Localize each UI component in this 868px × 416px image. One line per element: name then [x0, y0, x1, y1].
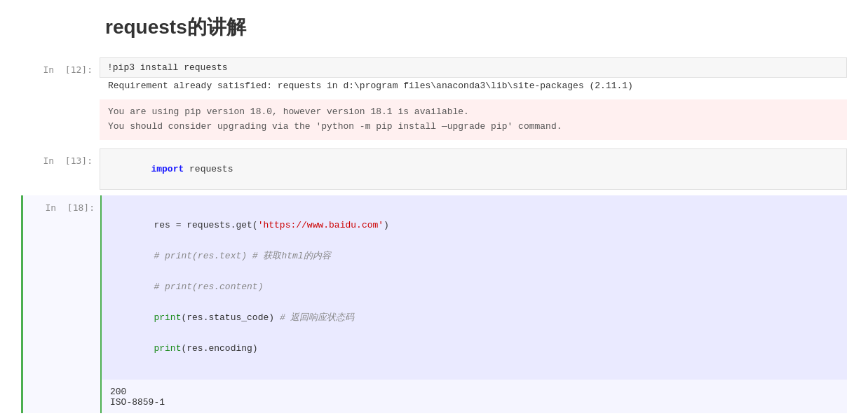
notebook-container: requests的讲解 In [12]: !pip3 install reque… [0, 0, 868, 416]
code-text-requests: requests [184, 164, 233, 174]
cell-13-label: In [13]: [21, 148, 98, 190]
keyword-import: import [151, 164, 184, 174]
code-comment-2: # print(res.content) [154, 282, 263, 292]
code-print-2-arg: (res.encoding) [181, 343, 257, 354]
warning-line-2: You should consider upgrading via the 'p… [108, 121, 562, 132]
cell-13: In [13]: import requests [21, 148, 847, 190]
code-string-url: 'https://www.baidu.com' [258, 220, 384, 230]
code-var-res: res = requests.get( [154, 220, 257, 230]
cell-12-content: !pip3 install requests Requirement alrea… [98, 57, 847, 143]
cell-12: In [12]: !pip3 install requests Requirem… [21, 57, 847, 143]
cell-18-output: 200 ISO-8859-1 [102, 380, 847, 413]
cell-12-label: In [12]: [21, 57, 98, 143]
code-print-2: print [154, 343, 181, 354]
notebook-title: requests的讲解 [21, 14, 847, 41]
output-encoding: ISO-8859-1 [110, 397, 839, 408]
cell-18-content: res = requests.get('https://www.baidu.co… [100, 195, 847, 413]
cell-13-content: import requests [98, 148, 847, 190]
output-200: 200 [110, 387, 839, 397]
warning-line-1: You are using pip version 18.0, however … [108, 106, 469, 117]
cell-12-output-normal: Requirement already satisfied: requests … [100, 78, 847, 97]
cell-12-code[interactable]: !pip3 install requests [100, 57, 847, 78]
cell-18: In [18]: res = requests.get('https://www… [21, 195, 847, 413]
code-comment-1: # print(res.text) # 获取html的内容 [154, 251, 330, 261]
code-comment-3: # 返回响应状态码 [280, 312, 355, 323]
cell-18-label: In [18]: [23, 195, 100, 413]
code-print-1: print [154, 312, 181, 323]
cell-12-output-warning: You are using pip version 18.0, however … [100, 99, 847, 140]
cell-18-code[interactable]: res = requests.get('https://www.baidu.co… [102, 195, 847, 380]
code-paren-close: ) [384, 220, 389, 230]
cell-13-code[interactable]: import requests [100, 148, 847, 190]
code-print-1-arg: (res.status_code) [181, 312, 279, 323]
